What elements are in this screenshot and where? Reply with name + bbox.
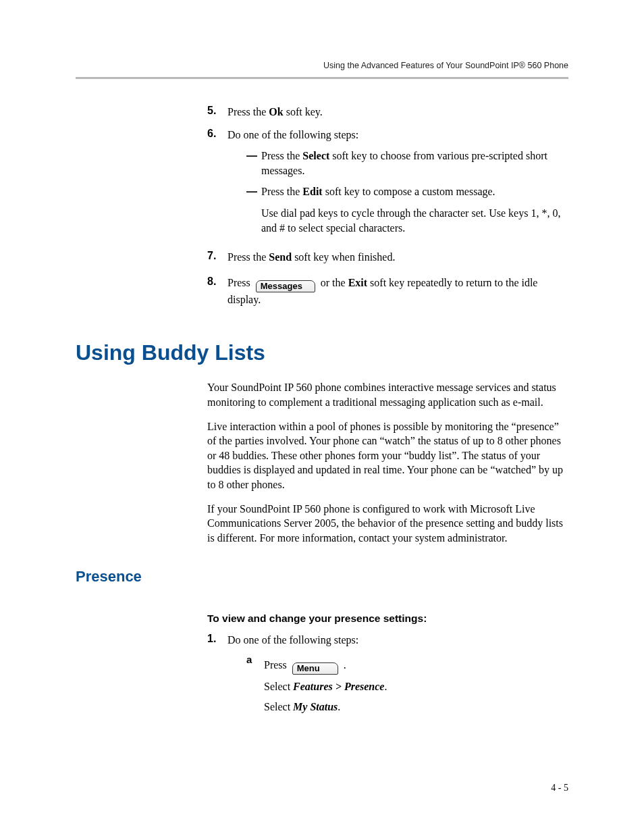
text: Press the	[227, 106, 269, 118]
substep-a: a Press Menu . Select Features > Presenc…	[246, 653, 568, 715]
page: Using the Advanced Features of Your Soun…	[0, 0, 644, 834]
text: Do one of the following steps:	[227, 634, 358, 646]
substep: — Press the Edit soft key to compose a c…	[246, 184, 568, 235]
menu-button-icon: Menu	[292, 662, 338, 675]
step-number: 7.	[207, 250, 227, 265]
text: Select	[264, 681, 293, 692]
step-number: 5.	[207, 105, 227, 120]
step-6: 6. Do one of the following steps: — Pres…	[207, 128, 568, 242]
steps-continued: 5. Press the Ok soft key. 6. Do one of t…	[207, 105, 568, 307]
messages-button-icon: Messages	[256, 280, 315, 292]
text: .	[384, 681, 387, 692]
key-name: Ok	[269, 106, 283, 118]
step-1: 1. Do one of the following steps: a Pres…	[207, 633, 568, 715]
substep: — Press the Select soft key to choose fr…	[246, 149, 568, 178]
presence-block: To view and change your presence setting…	[207, 613, 568, 715]
text: or the	[318, 277, 348, 288]
dash-bullet: —	[246, 184, 261, 235]
text: Select	[264, 701, 293, 712]
step-8: 8. Press Messages or the Exit soft key r…	[207, 276, 568, 307]
paragraph: Live interaction within a pool of phones…	[207, 419, 568, 492]
procedure-title: To view and change your presence setting…	[207, 613, 568, 625]
paragraph: If your SoundPoint IP 560 phone is confi…	[207, 502, 568, 546]
intro-block: Your SoundPoint IP 560 phone combines in…	[207, 380, 568, 545]
text: Press the	[261, 150, 302, 161]
step-5: 5. Press the Ok soft key.	[207, 105, 568, 120]
step-7: 7. Press the Send soft key when finished…	[207, 250, 568, 265]
key-name: Send	[269, 251, 292, 263]
text: .	[341, 659, 346, 671]
key-name: Select	[302, 150, 329, 161]
menu-path: Features > Presence	[293, 681, 384, 692]
dash-bullet: —	[246, 149, 261, 178]
menu-path: My Status	[293, 701, 338, 712]
text: soft key to compose a custom message.	[323, 186, 495, 197]
note-text: Use dial pad keys to cycle through the c…	[261, 206, 568, 235]
heading-using-buddy-lists: Using Buddy Lists	[76, 340, 568, 365]
text: .	[338, 701, 340, 712]
heading-presence: Presence	[76, 568, 568, 585]
text: Do one of the following steps:	[227, 129, 358, 140]
step-number: 6.	[207, 128, 227, 242]
text: Press the	[227, 251, 269, 263]
text: soft key when finished.	[292, 251, 395, 263]
page-number: 4 - 5	[551, 783, 568, 793]
alpha-marker: a	[246, 653, 264, 715]
paragraph: Your SoundPoint IP 560 phone combines in…	[207, 380, 568, 409]
text: Press the	[261, 186, 302, 197]
text: Press	[227, 277, 253, 288]
step-number: 1.	[207, 633, 227, 715]
key-name: Edit	[302, 186, 322, 197]
text: soft key.	[284, 106, 323, 118]
step-number: 8.	[207, 276, 227, 307]
header-rule	[76, 77, 568, 79]
text: Press	[264, 659, 290, 671]
key-name: Exit	[348, 277, 367, 288]
running-header: Using the Advanced Features of Your Soun…	[76, 61, 568, 77]
